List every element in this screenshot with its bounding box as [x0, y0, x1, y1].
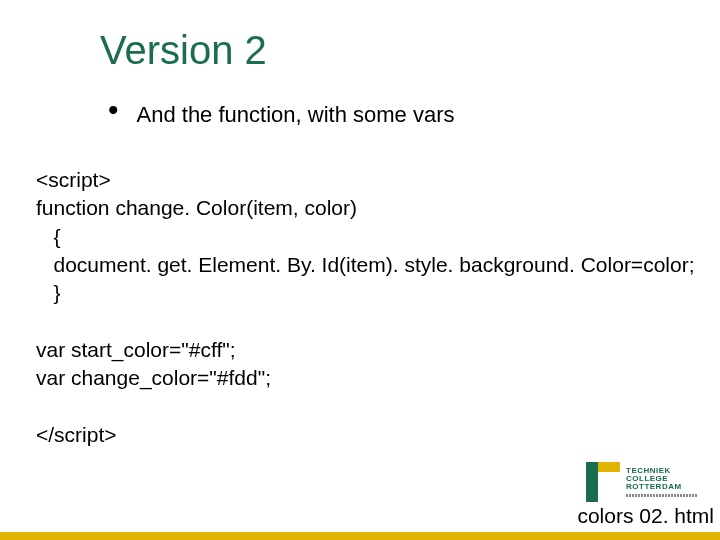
code-line: </script>: [36, 423, 117, 446]
slide-title: Version 2: [100, 28, 688, 73]
code-line: document. get. Element. By. Id(item). st…: [36, 253, 695, 276]
code-line: }: [36, 281, 61, 304]
logo-line: ROTTERDAM: [626, 483, 698, 491]
logo-mark-icon: [586, 462, 620, 502]
code-line: var change_color="#fdd";: [36, 366, 271, 389]
code-line: {: [36, 225, 61, 248]
code-line: var start_color="#cff";: [36, 338, 236, 361]
bullet-text: And the function, with some vars: [137, 101, 455, 128]
footer-bar: [0, 532, 720, 540]
bullet-dot-icon: •: [108, 101, 119, 119]
slide-caption: colors 02. html: [577, 504, 714, 528]
bullet-item: • And the function, with some vars: [108, 101, 688, 128]
logo: TECHNIEK COLLEGE ROTTERDAM: [586, 462, 698, 502]
logo-subline-icon: [626, 494, 698, 497]
code-block: <script> function change. Color(item, co…: [36, 166, 688, 449]
code-line: <script>: [36, 168, 111, 191]
code-line: function change. Color(item, color): [36, 196, 357, 219]
logo-text: TECHNIEK COLLEGE ROTTERDAM: [626, 467, 698, 497]
slide: Version 2 • And the function, with some …: [0, 0, 720, 540]
